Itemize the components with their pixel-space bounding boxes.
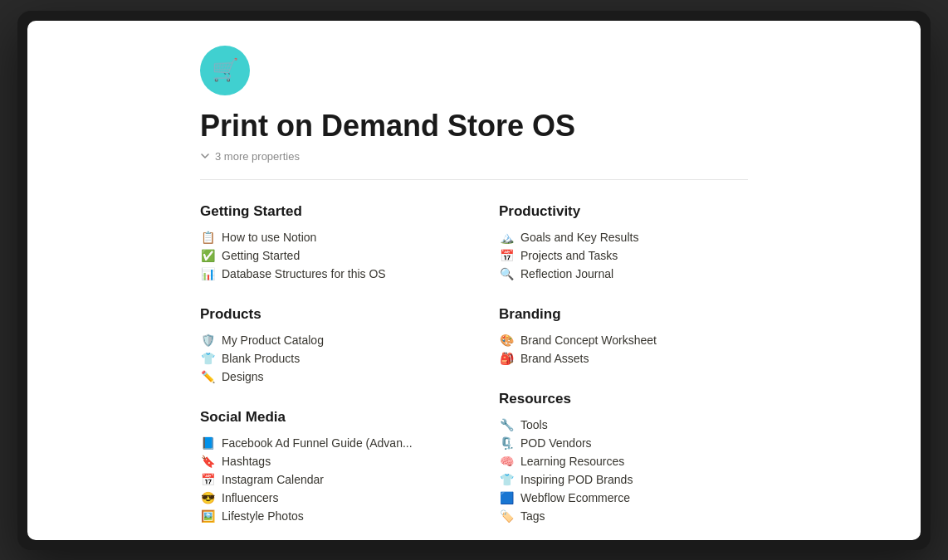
section-title-getting-started: Getting Started <box>200 203 449 220</box>
list-item[interactable]: 🔖Hashtags <box>200 452 449 470</box>
list-item[interactable]: 🗜️POD Vendors <box>499 434 748 452</box>
list-item[interactable]: 🏷️Tags <box>499 507 748 525</box>
list-item[interactable]: 🧠Learning Resources <box>499 452 748 470</box>
item-emoji-icon: ✅ <box>200 249 215 262</box>
list-item[interactable]: 📘Facebook Ad Funnel Guide (Advan... <box>200 434 449 452</box>
list-item[interactable]: 🟦Webflow Ecommerce <box>499 489 748 507</box>
item-emoji-icon: 🔧 <box>499 418 514 431</box>
list-item[interactable]: 🏔️Goals and Key Results <box>499 228 748 246</box>
item-emoji-icon: 🎨 <box>499 334 514 347</box>
item-emoji-icon: 🎒 <box>499 352 514 365</box>
item-emoji-icon: 🔍 <box>499 267 514 280</box>
item-label: Tools <box>520 418 548 431</box>
item-label: Hashtags <box>222 455 271 468</box>
list-item[interactable]: ✏️Designs <box>200 368 449 386</box>
item-label: Inspiring POD Brands <box>520 473 633 486</box>
item-label: Webflow Ecommerce <box>520 491 630 504</box>
more-properties-label: 3 more properties <box>215 150 300 163</box>
list-item[interactable]: 📋How to use Notion <box>200 228 449 246</box>
item-emoji-icon: 🟦 <box>499 491 514 504</box>
item-emoji-icon: 😎 <box>200 491 215 504</box>
item-label: Designs <box>222 370 264 383</box>
item-label: Projects and Tasks <box>520 249 618 262</box>
page-scroll-area[interactable]: 🛒 Print on Demand Store OS 3 more proper… <box>27 21 921 540</box>
page-content: 🛒 Print on Demand Store OS 3 more proper… <box>100 21 848 540</box>
list-item[interactable]: 🎒Brand Assets <box>499 349 748 368</box>
item-emoji-icon: 📊 <box>200 267 215 280</box>
page-title: Print on Demand Store OS <box>200 109 748 144</box>
list-item[interactable]: 🛡️My Product Catalog <box>200 331 449 349</box>
device-frame: 🛒 Print on Demand Store OS 3 more proper… <box>17 11 931 550</box>
item-emoji-icon: 📋 <box>200 231 215 244</box>
section-divider <box>200 179 748 180</box>
item-label: Instagram Calendar <box>222 473 324 486</box>
item-emoji-icon: 🧠 <box>499 455 514 468</box>
section-title-social-media: Social Media <box>200 409 449 426</box>
list-item[interactable]: 📅Instagram Calendar <box>200 470 449 489</box>
item-label: How to use Notion <box>222 231 316 244</box>
sections-grid: Getting Started📋How to use Notion✅Gettin… <box>200 203 748 540</box>
item-label: Reflection Journal <box>520 267 613 280</box>
item-emoji-icon: 🛡️ <box>200 334 215 347</box>
list-item[interactable]: ✅Getting Started <box>200 246 449 265</box>
section-products: Products🛡️My Product Catalog👕Blank Produ… <box>200 306 449 386</box>
item-label: Influencers <box>222 491 278 504</box>
item-label: Goals and Key Results <box>520 231 638 244</box>
item-emoji-icon: 📅 <box>200 473 215 486</box>
list-item[interactable]: 👕Inspiring POD Brands <box>499 470 748 489</box>
section-branding: Branding🎨Brand Concept Worksheet🎒Brand A… <box>499 306 748 368</box>
item-emoji-icon: 🔖 <box>200 455 215 468</box>
item-label: Learning Resources <box>520 455 624 468</box>
section-getting-started: Getting Started📋How to use Notion✅Gettin… <box>200 203 449 283</box>
item-emoji-icon: 👕 <box>499 473 514 486</box>
item-emoji-icon: 🏷️ <box>499 509 514 523</box>
item-label: Facebook Ad Funnel Guide (Advan... <box>222 436 413 450</box>
item-label: Brand Concept Worksheet <box>520 334 657 347</box>
item-label: Getting Started <box>222 249 300 262</box>
section-productivity: Productivity🏔️Goals and Key Results📅Proj… <box>499 203 748 283</box>
item-emoji-icon: 👕 <box>200 352 215 365</box>
section-title-branding: Branding <box>499 306 748 323</box>
list-item[interactable]: 📅Projects and Tasks <box>499 246 748 265</box>
right-column: Productivity🏔️Goals and Key Results📅Proj… <box>499 203 748 540</box>
chevron-down-icon <box>200 151 210 161</box>
list-item[interactable]: 😎Influencers <box>200 489 449 507</box>
section-title-products: Products <box>200 306 449 323</box>
section-title-productivity: Productivity <box>499 203 748 220</box>
list-item[interactable]: 👕Blank Products <box>200 349 449 368</box>
list-item[interactable]: 🔍Reflection Journal <box>499 265 748 283</box>
more-properties-toggle[interactable]: 3 more properties <box>200 150 748 163</box>
item-emoji-icon: 🗜️ <box>499 436 514 450</box>
item-label: Database Structures for this OS <box>222 267 386 280</box>
item-emoji-icon: ✏️ <box>200 370 215 383</box>
item-label: My Product Catalog <box>222 334 324 347</box>
item-label: POD Vendors <box>520 436 592 450</box>
list-item[interactable]: 🖼️Lifestyle Photos <box>200 507 449 525</box>
left-column: Getting Started📋How to use Notion✅Gettin… <box>200 203 449 540</box>
page-icon: 🛒 <box>200 46 250 95</box>
list-item[interactable]: 🎨Brand Concept Worksheet <box>499 331 748 349</box>
item-label: Brand Assets <box>520 352 589 365</box>
item-emoji-icon: 🏔️ <box>499 231 514 244</box>
item-emoji-icon: 📘 <box>200 436 215 450</box>
list-item[interactable]: 🔧Tools <box>499 416 748 434</box>
section-resources: Resources🔧Tools🗜️POD Vendors🧠Learning Re… <box>499 391 748 525</box>
section-social-media: Social Media📘Facebook Ad Funnel Guide (A… <box>200 409 449 525</box>
item-label: Tags <box>520 509 545 523</box>
item-emoji-icon: 📅 <box>499 249 514 262</box>
item-label: Lifestyle Photos <box>222 509 304 523</box>
list-item[interactable]: 📊Database Structures for this OS <box>200 265 449 283</box>
item-emoji-icon: 🖼️ <box>200 509 215 523</box>
item-label: Blank Products <box>222 352 300 365</box>
section-title-resources: Resources <box>499 391 748 407</box>
